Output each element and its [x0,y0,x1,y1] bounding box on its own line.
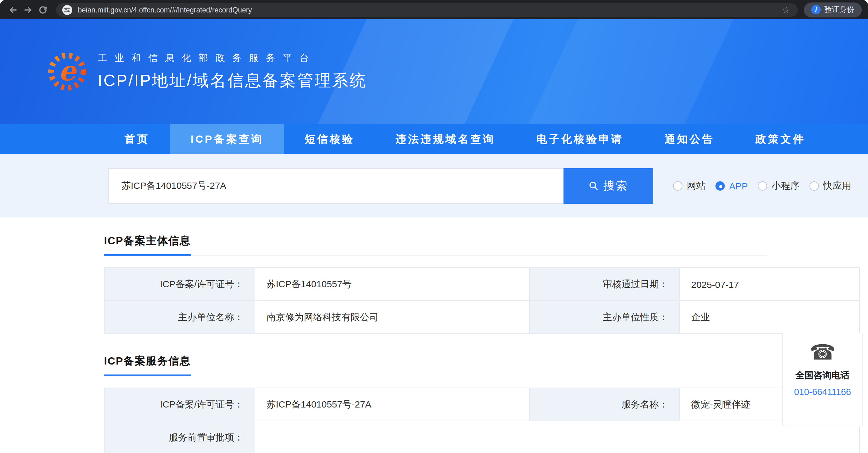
nav-item-notices[interactable]: 通知公告 [644,124,735,154]
search-icon [588,181,598,191]
radio-mini-program-label: 小程序 [772,180,800,192]
table-row: ICP备案/许可证号： 苏ICP备14010557号 审核通过日期： 2025-… [104,267,860,301]
hotline-number: 010-66411166 [783,387,862,397]
primary-nav: 首页 ICP备案查询 短信核验 违法违规域名查询 电子化核验申请 通知公告 政策… [0,124,868,154]
address-bar[interactable]: beian.miit.gov.cn/4.offcn.com/#/Integrat… [56,3,798,17]
back-button[interactable] [6,3,20,17]
verify-identity-label: 验证身份 [825,4,854,15]
subject-title-accent [104,254,191,256]
service-title-rule [104,376,767,376]
search-band: 搜索 网站 APP 小程序 快应用 [0,154,868,218]
pre-approval-value [255,421,860,453]
table-row: ICP备案/许可证号： 苏ICP备14010557号-27A 服务名称： 微宠-… [104,388,860,421]
site-header: e 工业和信息化部政务服务平台 ICP/IP地址/域名信息备案管理系统 [0,19,868,124]
verify-identity-chip[interactable]: i 验证身份 [804,2,862,17]
ministry-line: 工业和信息化部政务服务平台 [98,52,367,64]
browser-toolbar: beian.miit.gov.cn/4.offcn.com/#/Integrat… [0,0,868,19]
radio-mini-program[interactable]: 小程序 [758,180,800,192]
bookmark-star-icon[interactable]: ☆ [781,5,792,14]
radio-app-label: APP [729,180,748,191]
nav-item-policy-documents[interactable]: 政策文件 [735,124,826,154]
miit-logo: e [47,51,88,92]
table-row: 服务前置审批项： [104,421,860,453]
subject-title-rule [104,255,767,256]
url-text: beian.miit.gov.cn/4.offcn.com/#/Integrat… [78,6,252,13]
service-info-table: ICP备案/许可证号： 苏ICP备14010557号-27A 服务名称： 微宠-… [104,388,860,453]
reload-icon [38,5,48,15]
subject-license-value: 苏ICP备14010557号 [255,267,530,301]
radio-quick-app[interactable]: 快应用 [809,180,851,192]
subject-section-title: ICP备案主体信息 [104,235,868,247]
radio-website[interactable]: 网站 [673,180,706,192]
hotline-label: 全国咨询电话 [783,370,862,381]
subject-info-table: ICP备案/许可证号： 苏ICP备14010557号 审核通过日期： 2025-… [104,267,860,334]
nav-item-electronic-verification[interactable]: 电子化核验申请 [516,124,644,154]
organizer-nature-label: 主办单位性质： [530,301,680,334]
table-row: 主办单位名称： 南京修为网络科技有限公司 主办单位性质： 企业 [104,301,860,334]
nav-item-sms-verification[interactable]: 短信核验 [284,124,375,154]
radio-mini-program-dot [758,181,767,190]
radio-app-dot [715,181,725,190]
subject-approve-date-value: 2025-07-17 [680,267,860,301]
subject-approve-date-label: 审核通过日期： [530,267,680,301]
radio-quick-app-dot [809,181,819,190]
organizer-name-value: 南京修为网络科技有限公司 [255,301,530,334]
organizer-nature-value: 企业 [680,301,860,334]
pre-approval-label: 服务前置审批项： [104,421,255,453]
service-title-accent [104,374,191,376]
nav-item-home[interactable]: 首页 [104,124,170,154]
service-license-label: ICP备案/许可证号： [104,388,255,421]
record-search-input[interactable] [108,168,563,203]
nav-item-icp-record-query[interactable]: ICP备案查询 [170,124,284,154]
browser-window: beian.miit.gov.cn/4.offcn.com/#/Integrat… [0,0,868,453]
header-text: 工业和信息化部政务服务平台 ICP/IP地址/域名信息备案管理系统 [98,52,367,91]
phone-icon: ☎ [783,341,862,364]
service-name-label: 服务名称： [530,388,680,421]
radio-app[interactable]: APP [715,180,748,191]
service-section-title: ICP备案服务信息 [104,355,868,368]
search-button-label: 搜索 [603,178,628,193]
site-settings-icon[interactable] [62,5,72,15]
forward-icon [23,5,33,15]
organizer-name-label: 主办单位名称： [104,301,255,334]
hotline-box: ☎ 全国咨询电话 010-66411166 [782,333,863,426]
reload-button[interactable] [36,3,50,17]
svg-text:e: e [59,55,77,87]
service-license-value[interactable]: 苏ICP备14010557号-27A [255,388,530,421]
forward-button[interactable] [21,3,35,17]
nav-item-illegal-domain-query[interactable]: 违法违规域名查询 [375,124,516,154]
site-title: ICP/IP地址/域名信息备案管理系统 [98,69,367,91]
main-content: ICP备案主体信息 ICP备案/许可证号： 苏ICP备14010557号 审核通… [0,218,868,453]
record-type-group: 网站 APP 小程序 快应用 [663,180,851,192]
radio-quick-app-label: 快应用 [823,180,851,192]
back-icon [8,5,18,15]
radio-website-label: 网站 [687,180,706,192]
search-button[interactable]: 搜索 [563,168,653,203]
subject-license-label: ICP备案/许可证号： [104,267,255,301]
radio-website-dot [673,181,682,190]
verify-badge-icon: i [811,5,821,14]
